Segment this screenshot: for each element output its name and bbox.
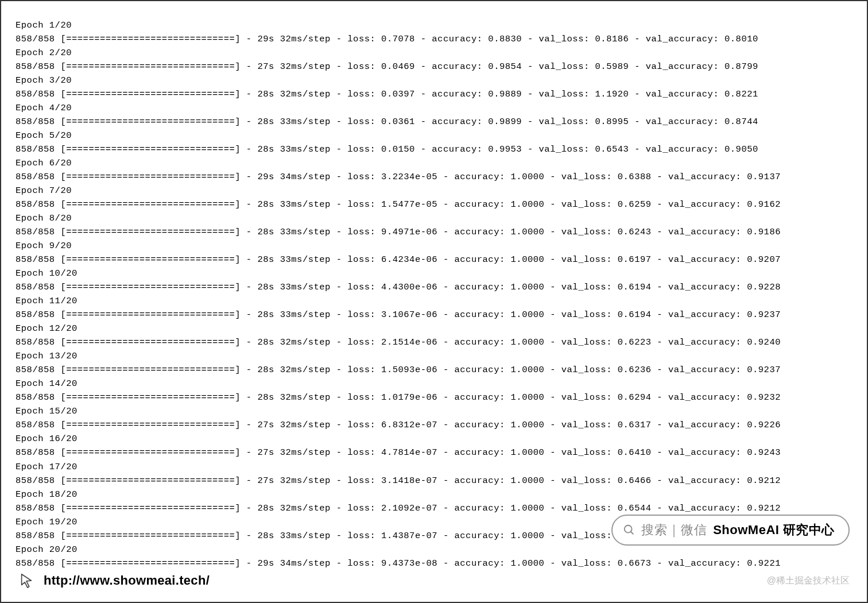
url-block: http://www.showmeai.tech/ xyxy=(18,572,210,589)
watermark-badge: 搜索｜微信 ShowMeAI 研究中心 xyxy=(611,515,850,546)
svg-line-1 xyxy=(631,532,634,535)
badge-search-text: 搜索｜微信 xyxy=(641,521,707,539)
svg-point-0 xyxy=(625,525,632,533)
badge-brand-text: ShowMeAI 研究中心 xyxy=(713,521,835,539)
training-log-output: Epoch 1/20 858/858 [====================… xyxy=(1,1,867,585)
footer-attribution: @稀土掘金技术社区 xyxy=(767,575,850,587)
footer-url: http://www.showmeai.tech/ xyxy=(44,573,210,588)
search-icon xyxy=(623,524,636,536)
cursor-icon xyxy=(18,572,36,589)
footer-row: http://www.showmeai.tech/ @稀土掘金技术社区 xyxy=(18,572,850,589)
